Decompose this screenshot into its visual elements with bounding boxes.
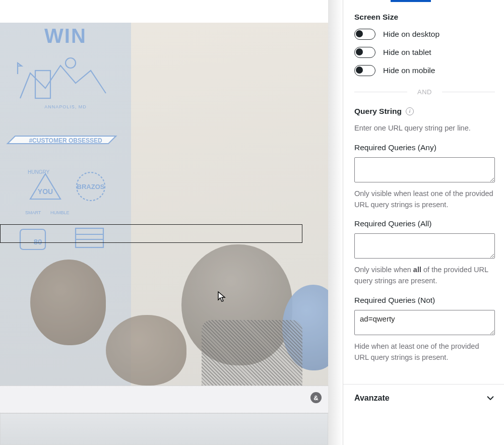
required-any-textarea[interactable] — [354, 157, 495, 182]
required-all-label: Required Queries (All) — [354, 219, 495, 228]
and-divider-label: AND — [417, 88, 432, 96]
required-all-help: Only visible when all of the provided UR… — [354, 265, 495, 287]
and-operator-badge[interactable]: & — [310, 392, 322, 403]
hide-on-tablet-toggle[interactable] — [354, 47, 375, 58]
required-not-textarea[interactable] — [354, 310, 495, 335]
required-not-help: Hide when at least one of the provided U… — [354, 341, 495, 363]
canvas-edge-shadow — [328, 0, 343, 445]
lower-content-strip[interactable] — [0, 413, 328, 445]
hide-on-desktop-label: Hide on desktop — [383, 30, 439, 39]
screen-size-heading: Screen Size — [354, 13, 495, 22]
required-all-textarea[interactable] — [354, 233, 495, 259]
hero-image-block[interactable]: WIN ANNAPOLIS, MD #CUSTOMER OBSESSED YOU… — [0, 23, 328, 386]
toggle-row-hide-mobile: Hide on mobile — [354, 65, 495, 76]
advanced-accordion[interactable]: Avanzate — [343, 384, 504, 412]
advanced-accordion-label: Avanzate — [354, 394, 390, 403]
toggle-row-hide-tablet: Hide on tablet — [354, 47, 495, 58]
selected-block-outline[interactable] — [0, 224, 302, 243]
hide-on-desktop-toggle[interactable] — [354, 29, 375, 40]
editor-canvas[interactable]: WIN ANNAPOLIS, MD #CUSTOMER OBSESSED YOU… — [0, 0, 343, 445]
query-string-intro: Enter one URL query string per line. — [354, 123, 495, 134]
inspector-scroll[interactable]: Screen Size Hide on desktop Hide on tabl… — [343, 4, 504, 445]
hide-on-tablet-label: Hide on tablet — [383, 48, 431, 57]
canvas-gutter-top — [0, 0, 343, 23]
inspector-sidebar: Screen Size Hide on desktop Hide on tabl… — [343, 0, 504, 445]
query-string-heading: Query String i — [354, 107, 495, 116]
secondary-block-area[interactable] — [0, 386, 328, 413]
required-any-help: Only visible when least one of the provi… — [354, 188, 495, 211]
required-any-label: Required Queries (Any) — [354, 143, 495, 152]
active-tab-indicator — [343, 0, 504, 4]
hide-on-mobile-toggle[interactable] — [354, 65, 375, 76]
hide-on-mobile-label: Hide on mobile — [383, 66, 435, 75]
required-not-label: Required Queries (Not) — [354, 296, 495, 305]
toggle-row-hide-desktop: Hide on desktop — [354, 29, 495, 40]
chevron-down-icon — [486, 394, 495, 403]
info-icon[interactable]: i — [406, 107, 414, 115]
hero-overlay — [0, 23, 328, 386]
and-divider: AND — [354, 88, 495, 96]
